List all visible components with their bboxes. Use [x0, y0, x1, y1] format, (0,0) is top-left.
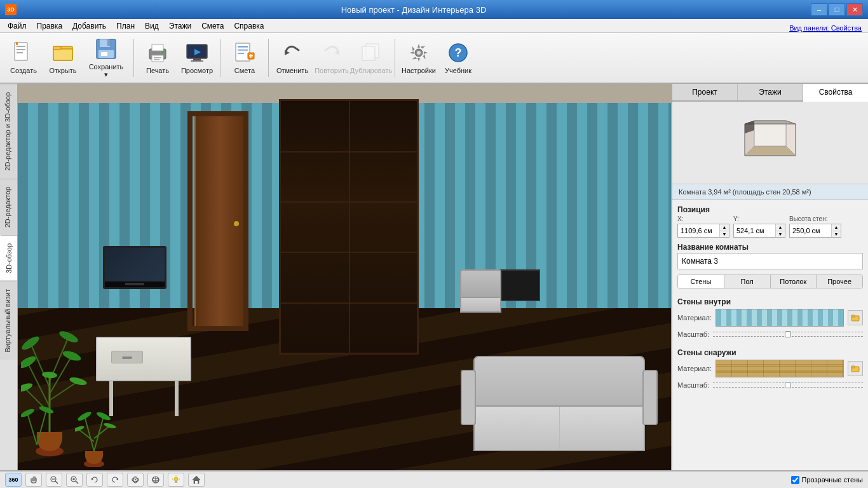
btn-360[interactable]: 360 — [5, 473, 22, 487]
close-button[interactable]: ✕ — [846, 3, 863, 16]
print-button[interactable]: Печать — [139, 36, 176, 80]
tutorial-button[interactable]: ? Учебник — [440, 36, 477, 80]
walls-inside-scale-slider[interactable] — [713, 329, 863, 339]
create-button[interactable]: Создать — [5, 36, 42, 80]
room-name-field[interactable] — [677, 253, 863, 269]
menu-file[interactable]: Файл — [3, 20, 32, 32]
svg-rect-12 — [101, 52, 107, 56]
walls-outside-scale-slider[interactable] — [713, 380, 863, 390]
maximize-button[interactable]: □ — [829, 3, 845, 16]
tab-virtual[interactable]: Виртуальный визит — [0, 281, 17, 360]
desk-drawer — [111, 351, 143, 363]
btn-light[interactable] — [168, 473, 184, 487]
panel-type-value[interactable]: Свойства — [831, 24, 862, 32]
walls-inside-scale-label: Масштаб: — [677, 330, 709, 338]
svg-line-46 — [31, 343, 50, 388]
btn-zoom-in[interactable] — [66, 473, 83, 487]
room-3d-thumbnail — [732, 111, 808, 175]
minimize-button[interactable]: – — [811, 3, 827, 16]
transparent-walls-checkbox[interactable] — [791, 476, 799, 484]
menu-add[interactable]: Добавить — [67, 20, 111, 32]
estimate-button[interactable]: Смета — [226, 36, 263, 80]
y-input[interactable]: ▲ ▼ — [733, 224, 785, 238]
btn-zoom-out[interactable] — [46, 473, 62, 487]
scale-thumb-2[interactable] — [785, 382, 791, 388]
x-value[interactable] — [678, 224, 719, 237]
svg-point-37 — [417, 51, 421, 55]
walls-outside-material-preview[interactable] — [715, 360, 844, 377]
tab-floors[interactable]: Этажи — [738, 84, 803, 100]
orbit2-icon — [151, 475, 160, 484]
undo-button[interactable]: Отменить — [274, 36, 311, 80]
btn-hand[interactable] — [25, 473, 42, 487]
btn-orbit2[interactable] — [147, 473, 164, 487]
btn-rotate-ccw[interactable] — [86, 473, 103, 487]
tab-3d[interactable]: 3D-обзор — [0, 235, 17, 281]
panel-type-selector: Вид панели: Свойства — [789, 24, 862, 32]
settings-icon — [407, 41, 430, 64]
menu-view[interactable]: Вид — [140, 20, 164, 32]
save-label: Сохранить ▾ — [87, 63, 125, 79]
preview-button[interactable]: Просмотр — [179, 36, 215, 80]
settings-button[interactable]: Настройки — [400, 36, 437, 80]
y-label: Y: — [733, 215, 785, 222]
menu-floors[interactable]: Этажи — [164, 20, 196, 32]
wall-height-value[interactable] — [790, 224, 831, 237]
x-input[interactable]: ▲ ▼ — [677, 224, 729, 238]
menu-plan[interactable]: План — [111, 20, 140, 32]
walls-inside-material-preview[interactable] — [715, 309, 844, 327]
walls-outside-material-label: Материал: — [677, 365, 712, 372]
wall-height-down[interactable]: ▼ — [832, 231, 841, 238]
orbit-icon — [131, 475, 140, 484]
svg-rect-14 — [152, 44, 163, 51]
svg-point-58 — [38, 405, 54, 415]
wall-height-up[interactable]: ▲ — [832, 224, 841, 231]
wall-height-input[interactable]: ▲ ▼ — [789, 224, 841, 238]
walls-inside-browse-button[interactable] — [848, 310, 863, 325]
svg-point-48 — [21, 354, 37, 370]
door-frame — [187, 111, 248, 332]
tv-stand — [125, 283, 144, 285]
menu-estimate[interactable]: Смета — [196, 20, 229, 32]
tab-2d-3d[interactable]: 2D-редактор и 3D-обзор — [0, 84, 17, 179]
x-label: X: — [677, 215, 729, 222]
scale-thumb[interactable] — [785, 331, 791, 337]
open-button[interactable]: Открыть — [44, 36, 81, 80]
chair-seat — [460, 297, 501, 313]
tab-properties[interactable]: Свойства — [803, 84, 868, 102]
redo-button[interactable]: Повторить — [313, 36, 350, 80]
create-label: Создать — [10, 67, 37, 74]
bottom-toolbar: 360 — [0, 470, 868, 488]
tutorial-label: Учебник — [445, 67, 471, 74]
btn-orbit[interactable] — [127, 473, 144, 487]
walls-outside-material-row: Материал: — [677, 360, 863, 377]
svg-rect-15 — [152, 55, 163, 62]
svg-point-49 — [62, 349, 82, 363]
walls-outside-browse-button[interactable] — [848, 361, 863, 376]
svg-point-65 — [95, 410, 111, 421]
duplicate-button[interactable]: Дублировать — [353, 36, 390, 80]
y-down[interactable]: ▼ — [776, 231, 785, 238]
x-down[interactable]: ▼ — [720, 231, 729, 238]
toolbar-separator-4 — [395, 39, 395, 77]
tab-floor[interactable]: Пол — [724, 275, 771, 288]
tab-project[interactable]: Проект — [672, 84, 738, 100]
tab-walls[interactable]: Стены — [678, 275, 724, 288]
btn-home[interactable] — [188, 473, 205, 487]
menu-help[interactable]: Справка — [229, 20, 269, 32]
3d-viewport[interactable] — [18, 84, 671, 470]
y-value[interactable] — [734, 224, 775, 237]
properties-panel: Позиция X: ▲ ▼ Y: — [672, 200, 868, 395]
tab-2d[interactable]: 2D-редактор — [0, 179, 17, 235]
btn-rotate-cw[interactable] — [107, 473, 123, 487]
y-up[interactable]: ▲ — [776, 224, 785, 231]
zoom-out-icon — [50, 475, 58, 484]
sofa-arm-left — [461, 370, 476, 425]
save-button[interactable]: Сохранить ▾ — [84, 36, 128, 80]
drawer-handle — [122, 356, 132, 359]
x-up[interactable]: ▲ — [720, 224, 729, 231]
menu-edit[interactable]: Правка — [32, 20, 68, 32]
tab-ceiling[interactable]: Потолок — [771, 275, 817, 288]
tab-other[interactable]: Прочее — [817, 275, 862, 288]
transparent-walls-label: Прозрачные стены — [802, 476, 863, 484]
